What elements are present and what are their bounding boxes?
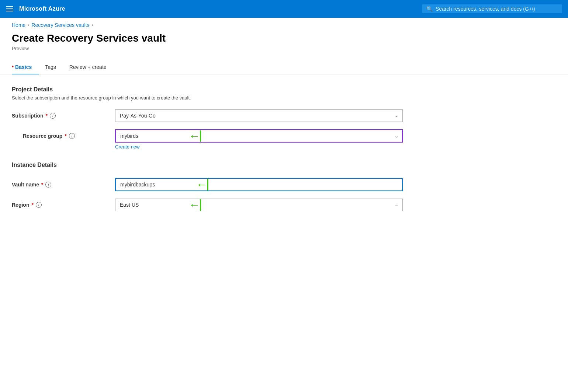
region-label: Region bbox=[12, 202, 29, 208]
vault-name-label: Vault name bbox=[12, 182, 39, 188]
resource-group-label: Resource group bbox=[23, 133, 62, 139]
tabs: * Basics Tags Review + create bbox=[0, 60, 568, 74]
app-title: Microsoft Azure bbox=[19, 6, 65, 12]
page-header: Create Recovery Services vault Preview bbox=[0, 32, 568, 60]
tab-review-create[interactable]: Review + create bbox=[69, 60, 114, 74]
resource-group-info-icon[interactable]: i bbox=[69, 133, 75, 139]
subscription-input-col: Pay-As-You-Go ⌄ bbox=[115, 109, 403, 122]
topbar: Microsoft Azure 🔍 bbox=[0, 0, 568, 18]
instance-details-section: Instance Details Vault name * i ←⎸ Regio… bbox=[12, 162, 556, 211]
vault-name-input[interactable] bbox=[115, 178, 403, 191]
create-new-container: Create new bbox=[12, 143, 556, 150]
subscription-label-col: Subscription * i bbox=[12, 113, 115, 119]
vault-name-label-col: Vault name * i bbox=[12, 182, 115, 188]
project-details-desc: Select the subscription and the resource… bbox=[12, 95, 556, 101]
create-new-link[interactable]: Create new bbox=[115, 144, 139, 150]
subscription-info-icon[interactable]: i bbox=[50, 113, 56, 119]
tab-required-star: * bbox=[12, 64, 14, 70]
region-input-col: East US West US East US 2 West Europe ⌄ … bbox=[115, 199, 403, 211]
search-input[interactable] bbox=[436, 6, 558, 12]
main-content: Project Details Select the subscription … bbox=[0, 86, 568, 211]
region-select[interactable]: East US West US East US 2 West Europe bbox=[115, 199, 403, 211]
tab-basics[interactable]: * Basics bbox=[12, 60, 39, 74]
breadcrumb-sep-1: › bbox=[28, 22, 29, 28]
resource-group-label-col: Resource group * i bbox=[12, 133, 115, 139]
project-details-section: Project Details Select the subscription … bbox=[12, 86, 556, 150]
vault-name-info-icon[interactable]: i bbox=[45, 182, 51, 188]
region-info-icon[interactable]: i bbox=[36, 202, 42, 208]
subscription-required: * bbox=[46, 113, 48, 119]
vault-name-input-col: ←⎸ bbox=[115, 178, 403, 191]
resource-group-select[interactable]: mybirds bbox=[115, 129, 403, 143]
instance-details-title: Instance Details bbox=[12, 162, 556, 168]
subscription-label: Subscription bbox=[12, 113, 44, 119]
vault-name-row: Vault name * i ←⎸ bbox=[12, 178, 556, 191]
breadcrumb: Home › Recovery Services vaults › bbox=[0, 18, 568, 32]
search-icon: 🔍 bbox=[426, 6, 433, 12]
resource-group-required: * bbox=[65, 133, 66, 139]
region-row: Region * i East US West US East US 2 Wes… bbox=[12, 199, 556, 211]
hamburger-menu[interactable] bbox=[6, 6, 13, 11]
subscription-select-wrapper: Pay-As-You-Go ⌄ bbox=[115, 109, 403, 122]
breadcrumb-parent[interactable]: Recovery Services vaults bbox=[31, 22, 89, 28]
region-required: * bbox=[31, 202, 33, 208]
subscription-row: Subscription * i Pay-As-You-Go ⌄ bbox=[12, 109, 556, 122]
tab-tags[interactable]: Tags bbox=[45, 60, 63, 74]
page-title: Create Recovery Services vault bbox=[12, 32, 556, 44]
breadcrumb-home[interactable]: Home bbox=[12, 22, 25, 28]
resource-group-select-wrapper: mybirds ⌄ bbox=[115, 129, 403, 143]
breadcrumb-sep-2: › bbox=[92, 22, 93, 28]
project-details-title: Project Details bbox=[12, 86, 556, 93]
vault-name-required: * bbox=[41, 182, 43, 188]
resource-group-input-col: mybirds ⌄ ←⎸ bbox=[115, 129, 403, 143]
resource-group-row: Resource group * i mybirds ⌄ ←⎸ bbox=[12, 129, 556, 143]
global-search[interactable]: 🔍 bbox=[422, 4, 562, 13]
page-subtitle: Preview bbox=[12, 46, 556, 51]
region-select-wrapper: East US West US East US 2 West Europe ⌄ bbox=[115, 199, 403, 211]
subscription-select[interactable]: Pay-As-You-Go bbox=[115, 109, 403, 122]
region-label-col: Region * i bbox=[12, 202, 115, 208]
